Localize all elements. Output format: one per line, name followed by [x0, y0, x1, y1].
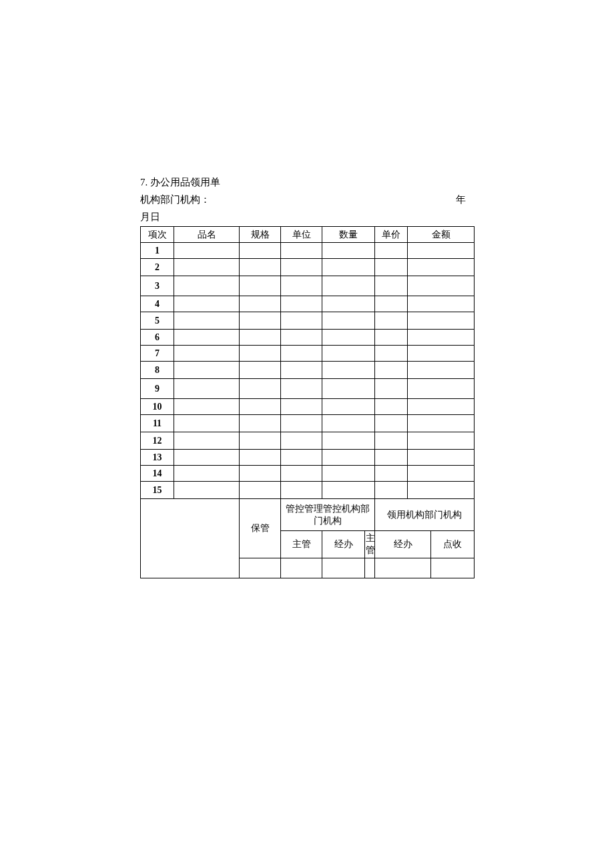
- lingyong-dept-label: 领用机构部门机构: [375, 499, 475, 531]
- table-row: 15: [141, 482, 475, 499]
- zhuguan-label-2: 主管: [365, 531, 375, 558]
- table-row: 12: [141, 432, 475, 450]
- footer-row-1: 保管 管控管理管控机构部门机构 领用机构部门机构: [141, 499, 475, 531]
- row-number: 15: [141, 482, 174, 499]
- row-number: 13: [141, 450, 174, 466]
- row-number: 9: [141, 379, 174, 399]
- row-number: 11: [141, 415, 174, 432]
- year-label: 年: [456, 193, 474, 206]
- form-title: 7. 办公用品领用单: [140, 176, 474, 189]
- row-number: 7: [141, 346, 174, 362]
- org-label: 机构部门机构：: [140, 193, 456, 206]
- row-number: 8: [141, 362, 174, 379]
- table-row: 13: [141, 450, 475, 466]
- table-row: 1: [141, 243, 475, 259]
- col-header: 品名: [174, 227, 240, 243]
- row-number: 6: [141, 330, 174, 346]
- row-number: 1: [141, 243, 174, 259]
- month-day-label: 月日: [140, 211, 474, 224]
- requisition-table: 项次 品名 规格 单位 数量 单价 金额 1 2 3 4 5 6 7 8 9 1…: [140, 226, 475, 578]
- table-row: 7: [141, 346, 475, 362]
- table-row: 3: [141, 276, 475, 296]
- jingban-label-2: 经办: [375, 531, 431, 558]
- col-header: 规格: [240, 227, 281, 243]
- table-row: 9: [141, 379, 475, 399]
- table-row: 10: [141, 399, 475, 415]
- table-row: 8: [141, 362, 475, 379]
- table-row: 5: [141, 312, 475, 330]
- row-number: 2: [141, 259, 174, 276]
- table-row: 4: [141, 296, 475, 312]
- row-number: 14: [141, 466, 174, 482]
- dianshou-label: 点收: [431, 531, 475, 558]
- jingban-label: 经办: [322, 531, 365, 558]
- row-number: 4: [141, 296, 174, 312]
- row-number: 3: [141, 276, 174, 296]
- table-header-row: 项次 品名 规格 单位 数量 单价 金额: [141, 227, 475, 243]
- col-header: 项次: [141, 227, 174, 243]
- table-row: 11: [141, 415, 475, 432]
- row-number: 12: [141, 432, 174, 450]
- col-header: 单位: [281, 227, 322, 243]
- row-number: 5: [141, 312, 174, 330]
- guankong-dept-label: 管控管理管控机构部门机构: [281, 499, 375, 531]
- row-number: 10: [141, 399, 174, 415]
- col-header: 单价: [375, 227, 408, 243]
- table-row: 6: [141, 330, 475, 346]
- table-row: 2: [141, 259, 475, 276]
- table-row: 14: [141, 466, 475, 482]
- baoguan-label: 保管: [240, 499, 281, 558]
- col-header: 金额: [408, 227, 475, 243]
- zhuguan-label: 主管: [281, 531, 322, 558]
- col-header: 数量: [322, 227, 375, 243]
